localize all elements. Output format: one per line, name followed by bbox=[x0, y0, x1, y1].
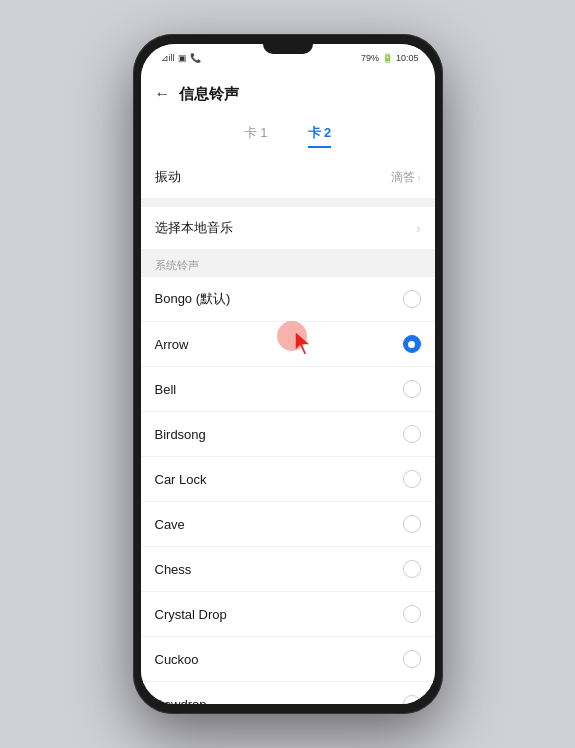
vibration-row[interactable]: 振动 滴答 › bbox=[141, 156, 435, 199]
ringtone-item-chess[interactable]: Chess bbox=[141, 547, 435, 592]
radio-bell[interactable] bbox=[403, 380, 421, 398]
ringtone-item-carlock[interactable]: Car Lock bbox=[141, 457, 435, 502]
vibration-label: 振动 bbox=[155, 168, 181, 186]
ringtone-item-dewdrop[interactable]: Dewdrop bbox=[141, 682, 435, 704]
battery-area: 79% 🔋 10:05 bbox=[361, 53, 419, 63]
signal-area: ⊿ill ▣ 📞 bbox=[161, 53, 201, 63]
battery-percent: 79% bbox=[361, 53, 379, 63]
page-title: 信息铃声 bbox=[179, 85, 239, 104]
ringtone-item-crystaldrop[interactable]: Crystal Drop bbox=[141, 592, 435, 637]
tab-card2[interactable]: 卡 2 bbox=[308, 124, 332, 148]
time-display: 10:05 bbox=[396, 53, 419, 63]
vibration-value: 滴答 bbox=[391, 169, 415, 186]
content-area: 振动 滴答 › 选择本地音乐 › 系统铃声 Bongo (默认) bbox=[141, 156, 435, 704]
radio-bongo[interactable] bbox=[403, 290, 421, 308]
header: ← 信息铃声 bbox=[141, 72, 435, 116]
ringtone-name-cuckoo: Cuckoo bbox=[155, 652, 199, 667]
radio-crystaldrop[interactable] bbox=[403, 605, 421, 623]
radio-dewdrop[interactable] bbox=[403, 695, 421, 704]
ringtone-item-arrow[interactable]: Arrow bbox=[141, 322, 435, 367]
battery-icon: 🔋 bbox=[382, 53, 393, 63]
ringtone-name-arrow: Arrow bbox=[155, 337, 189, 352]
radio-cuckoo[interactable] bbox=[403, 650, 421, 668]
vibration-chevron: › bbox=[417, 172, 420, 183]
ringtone-name-bongo: Bongo (默认) bbox=[155, 290, 231, 308]
ringtone-item-cuckoo[interactable]: Cuckoo bbox=[141, 637, 435, 682]
phone-screen: ⊿ill ▣ 📞 79% 🔋 10:05 ← 信息铃声 卡 1 卡 2 振动 bbox=[141, 44, 435, 704]
select-music-chevron: › bbox=[416, 221, 420, 236]
select-music-label: 选择本地音乐 bbox=[155, 219, 233, 237]
ringtone-name-bell: Bell bbox=[155, 382, 177, 397]
signal-icon: ⊿ill bbox=[161, 53, 175, 63]
ringtone-item-birdsong[interactable]: Birdsong bbox=[141, 412, 435, 457]
ringtone-name-birdsong: Birdsong bbox=[155, 427, 206, 442]
vibration-value-area: 滴答 › bbox=[391, 169, 420, 186]
camera-notch bbox=[263, 44, 313, 54]
ringtone-name-cave: Cave bbox=[155, 517, 185, 532]
select-music-row[interactable]: 选择本地音乐 › bbox=[141, 207, 435, 250]
phone-icon: 📞 bbox=[190, 53, 201, 63]
radio-cave[interactable] bbox=[403, 515, 421, 533]
tab-card1[interactable]: 卡 1 bbox=[244, 124, 268, 148]
radio-carlock[interactable] bbox=[403, 470, 421, 488]
back-button[interactable]: ← bbox=[155, 85, 171, 103]
ringtone-item-cave[interactable]: Cave bbox=[141, 502, 435, 547]
ringtone-name-carlock: Car Lock bbox=[155, 472, 207, 487]
ringtone-list: Bongo (默认) Arrow Bell Birdsong Car Lock bbox=[141, 277, 435, 704]
phone-frame: ⊿ill ▣ 📞 79% 🔋 10:05 ← 信息铃声 卡 1 卡 2 振动 bbox=[133, 34, 443, 714]
section-label: 系统铃声 bbox=[141, 250, 435, 277]
ringtone-name-crystaldrop: Crystal Drop bbox=[155, 607, 227, 622]
radio-chess[interactable] bbox=[403, 560, 421, 578]
radio-arrow[interactable] bbox=[403, 335, 421, 353]
tabs-bar: 卡 1 卡 2 bbox=[141, 116, 435, 156]
ringtone-item-bell[interactable]: Bell bbox=[141, 367, 435, 412]
ringtone-item-bongo[interactable]: Bongo (默认) bbox=[141, 277, 435, 322]
ringtone-name-chess: Chess bbox=[155, 562, 192, 577]
radio-birdsong[interactable] bbox=[403, 425, 421, 443]
ringtone-name-dewdrop: Dewdrop bbox=[155, 697, 207, 705]
wifi-icon: ▣ bbox=[178, 53, 187, 63]
